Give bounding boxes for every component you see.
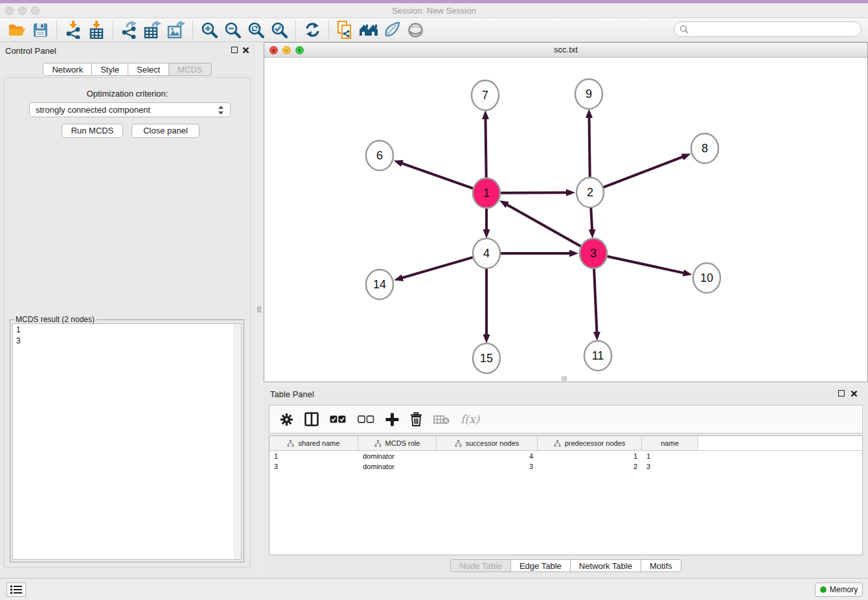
cell-shared-name[interactable]: 3: [269, 461, 358, 472]
float-panel-icon[interactable]: [231, 47, 238, 53]
delete-column-button[interactable]: [410, 412, 422, 426]
search-input[interactable]: [689, 23, 861, 36]
cell-shared-name[interactable]: 1: [269, 451, 358, 461]
zoom-selected-button[interactable]: [268, 19, 291, 40]
function-builder-button[interactable]: f(x): [461, 413, 479, 426]
column-header-name[interactable]: name: [642, 436, 698, 450]
select-all-button[interactable]: [330, 415, 347, 424]
toolbar-separator: [192, 21, 193, 39]
cell-successor-nodes[interactable]: 4: [437, 451, 538, 461]
table-row[interactable]: 3 dominator 3 2 3: [269, 461, 862, 472]
graph-node-label-3: 3: [590, 247, 597, 260]
status-bar: Memory: [0, 578, 868, 600]
memory-button[interactable]: Memory: [815, 583, 863, 597]
cell-predecessor-nodes[interactable]: 1: [538, 451, 642, 461]
graph-edge-1-2[interactable]: [500, 192, 567, 193]
cell-mcds-role[interactable]: dominator: [358, 461, 437, 472]
split-divider[interactable]: [255, 42, 264, 578]
node-table: shared name MCDS role successor nodes pr…: [269, 435, 863, 555]
graph-edge-3-11[interactable]: [594, 267, 597, 332]
zoom-fit-icon: [247, 21, 265, 39]
import-table-button[interactable]: [85, 19, 108, 40]
result-scrollbar[interactable]: [234, 324, 241, 559]
tab-style[interactable]: Style: [92, 63, 128, 76]
show-columns-button[interactable]: [304, 412, 319, 426]
close-panel-icon[interactable]: [242, 47, 249, 54]
cell-mcds-role[interactable]: dominator: [358, 451, 437, 461]
criterion-dropdown[interactable]: strongly connected component: [29, 102, 231, 117]
columns-icon: [304, 412, 319, 426]
cell-predecessor-nodes[interactable]: 2: [538, 461, 642, 472]
run-mcds-button[interactable]: Run MCDS: [62, 124, 123, 138]
close-window-button[interactable]: [5, 6, 14, 15]
import-network-button[interactable]: [62, 19, 85, 40]
cell-successor-nodes[interactable]: 3: [437, 461, 538, 472]
table-row[interactable]: 1 dominator 4 1 1: [269, 451, 862, 461]
column-header-shared-name[interactable]: shared name: [269, 436, 358, 450]
search-box[interactable]: [674, 21, 862, 37]
zoom-fit-button[interactable]: [244, 19, 268, 40]
clone-network-button[interactable]: [334, 19, 357, 40]
graph-edge-3-10[interactable]: [607, 256, 684, 273]
zoom-in-icon: [201, 21, 218, 39]
export-image-icon: [167, 21, 185, 39]
table-toolbar: f(x): [269, 405, 863, 433]
tab-edge-table[interactable]: Edge Table: [511, 559, 571, 572]
cell-name[interactable]: 1: [642, 451, 698, 461]
zoom-selected-icon: [271, 21, 288, 39]
open-file-button[interactable]: [5, 19, 29, 40]
graph-edge-3-1[interactable]: [507, 205, 581, 247]
apply-layout-button[interactable]: [301, 19, 324, 40]
export-table-button[interactable]: [141, 19, 165, 40]
graph-edge-4-14[interactable]: [402, 257, 474, 278]
tab-select[interactable]: Select: [128, 63, 169, 76]
zoom-in-button[interactable]: [198, 19, 221, 40]
mcds-result-text[interactable]: 1 3: [12, 323, 242, 560]
tab-network[interactable]: Network: [43, 63, 92, 76]
network-maximize-button[interactable]: +: [295, 46, 304, 54]
divider-handle[interactable]: [257, 306, 261, 312]
cell-name[interactable]: 3: [642, 461, 698, 472]
tab-network-table[interactable]: Network Table: [571, 559, 641, 572]
add-column-button[interactable]: [385, 413, 399, 426]
deselect-all-button[interactable]: [358, 415, 374, 424]
graph-edge-1-7[interactable]: [485, 119, 486, 179]
canvas-resize-handle[interactable]: [562, 376, 567, 381]
graph-edge-1-6[interactable]: [402, 163, 474, 189]
column-header-mcds-role[interactable]: MCDS role: [358, 436, 437, 450]
network-graph[interactable]: 7968124314101511: [264, 58, 867, 382]
graph-edge-2-9[interactable]: [589, 117, 589, 179]
close-table-panel-icon[interactable]: [851, 390, 858, 397]
tab-mcds[interactable]: MCDS: [169, 63, 211, 76]
column-header-predecessor-nodes[interactable]: predecessor nodes: [538, 436, 642, 450]
minimize-window-button[interactable]: [18, 6, 27, 15]
delete-table-button[interactable]: [433, 414, 450, 424]
show-hide-button[interactable]: [404, 19, 427, 40]
import-table-icon: [89, 21, 104, 39]
network-canvas[interactable]: 7968124314101511: [264, 58, 867, 382]
network-close-button[interactable]: x: [269, 46, 278, 54]
zoom-out-button[interactable]: [221, 19, 244, 40]
maximize-window-button[interactable]: [31, 6, 40, 15]
task-history-button[interactable]: [6, 583, 26, 597]
export-image-button[interactable]: [165, 19, 188, 40]
graph-node-label-10: 10: [700, 271, 713, 284]
first-neighbors-button[interactable]: [357, 19, 380, 40]
paint-style-button[interactable]: [380, 19, 404, 40]
save-session-button[interactable]: [29, 19, 52, 40]
column-header-successor-nodes[interactable]: successor nodes: [437, 436, 538, 450]
list-icon: [10, 585, 22, 594]
graph-edge-2-8[interactable]: [603, 157, 683, 188]
tab-node-table[interactable]: Node Table: [450, 559, 511, 572]
criterion-value: strongly connected component: [36, 105, 150, 115]
export-network-button[interactable]: [118, 19, 141, 40]
table-settings-button[interactable]: [280, 413, 293, 426]
graph-edge-2-3[interactable]: [591, 206, 592, 230]
mcds-tab-content: Optimization criterion: strongly connect…: [4, 77, 251, 568]
tab-motifs[interactable]: Motifs: [641, 559, 681, 572]
float-table-panel-icon[interactable]: [838, 390, 845, 397]
network-minimize-button[interactable]: –: [282, 46, 291, 54]
memory-label: Memory: [830, 585, 858, 594]
close-panel-button[interactable]: Close panel: [131, 124, 200, 138]
attribute-icon: [455, 440, 462, 447]
